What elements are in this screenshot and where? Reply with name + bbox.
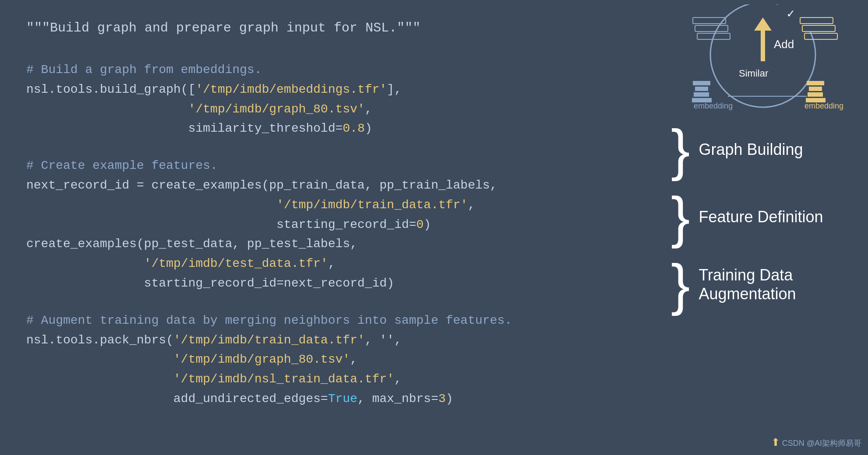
string-test: '/tmp/imdb/test_data.tfr': [144, 257, 328, 270]
code-block-2: # Create example features. next_record_i…: [26, 156, 632, 294]
code-line-7: create_examples(pp_test_data, pp_test_la…: [26, 234, 632, 254]
embedding-right-label: embedding: [804, 102, 843, 110]
embedding-left-bars: [692, 81, 712, 102]
svg-rect-7: [693, 81, 710, 85]
comment-3: # Augment training data by merging neigh…: [26, 311, 632, 331]
code-line-4: next_record_id = create_examples(pp_trai…: [26, 176, 632, 196]
string-train: '/tmp/imdb/train_data.tfr': [276, 198, 468, 212]
number-three: 3: [438, 392, 446, 406]
svg-rect-8: [695, 87, 708, 91]
svg-rect-5: [802, 25, 835, 32]
arrow-shaft: [761, 28, 765, 61]
embedding-right-bars: [806, 81, 826, 102]
svg-rect-11: [807, 81, 824, 85]
code-line-3: similarity_threshold=0.8): [26, 119, 632, 139]
string-graph: '/tmp/imdb/graph_80.tsv': [188, 102, 365, 116]
stack-left-icon: [693, 18, 730, 39]
add-label: Add: [774, 38, 794, 51]
right-panel: ✓ Add Similar embedding: [658, 0, 868, 455]
similar-label: Similar: [739, 68, 768, 79]
code-line-10: nsl.tools.pack_nbrs('/tmp/imdb/train_dat…: [26, 331, 632, 350]
comment-1: # Build a graph from embeddings.: [26, 60, 632, 80]
comment-2: # Create example features.: [26, 156, 632, 176]
docstring: """Build graph and prepare graph input f…: [26, 18, 632, 38]
watermark-icon: ⬆: [771, 436, 780, 448]
bracket-1: }: [671, 127, 690, 172]
code-line-11: '/tmp/imdb/graph_80.tsv',: [26, 350, 632, 370]
code-line-1: nsl.tools.build_graph(['/tmp/imdb/embedd…: [26, 80, 632, 100]
code-block-1: # Build a graph from embeddings. nsl.too…: [26, 60, 632, 139]
checkmark-icon: ✓: [787, 7, 794, 21]
svg-rect-6: [804, 33, 837, 39]
string-embeddings: '/tmp/imdb/embeddings.tfr': [195, 83, 387, 96]
diagram-container: ✓ Add Similar embedding: [671, 9, 855, 109]
string-graph2: '/tmp/imdb/graph_80.tsv': [173, 353, 350, 366]
bracket-section-1: } Graph Building: [671, 127, 855, 172]
stack-right-icon: [800, 18, 837, 39]
bracket-section-2: } Feature Definition: [671, 194, 855, 240]
section-label-1: Graph Building: [699, 140, 803, 159]
embedding-left-label: embedding: [694, 102, 733, 110]
watermark-text: CSDN @AI架构师易哥: [782, 439, 861, 448]
section-label-2: Feature Definition: [699, 207, 823, 226]
section-label-3: Training DataAugmentation: [699, 266, 796, 303]
string-nsl: '/tmp/imdb/nsl_train_data.tfr': [173, 372, 394, 386]
code-section: """Build graph and prepare graph input f…: [0, 0, 658, 455]
code-line-6: starting_record_id=0): [26, 215, 632, 235]
code-line-12: '/tmp/imdb/nsl_train_data.tfr',: [26, 370, 632, 389]
svg-rect-9: [694, 92, 709, 97]
svg-rect-2: [695, 25, 728, 32]
watermark: ⬆ CSDN @AI架构师易哥: [771, 436, 861, 448]
code-block-3: # Augment training data by merging neigh…: [26, 311, 632, 409]
code-line-2: '/tmp/imdb/graph_80.tsv',: [26, 100, 632, 119]
bracket-section-3: } Training DataAugmentation: [671, 262, 855, 307]
svg-rect-12: [809, 87, 822, 91]
code-line-13: add_undirected_edges=True, max_nbrs=3): [26, 389, 632, 409]
code-line-5: '/tmp/imdb/train_data.tfr',: [26, 196, 632, 215]
code-line-8: '/tmp/imdb/test_data.tfr',: [26, 254, 632, 274]
bracket-3: }: [671, 262, 690, 307]
svg-rect-13: [808, 92, 823, 97]
diagram-svg: ✓ Add Similar embedding: [671, 4, 855, 114]
string-train2: '/tmp/imdb/train_data.tfr': [173, 333, 365, 347]
arrow-head: [754, 18, 772, 31]
number-threshold: 0.8: [343, 122, 365, 135]
svg-rect-4: [800, 18, 833, 24]
code-line-9: starting_record_id=next_record_id): [26, 274, 632, 294]
keyword-true: True: [328, 392, 357, 406]
bracket-2: }: [671, 194, 690, 240]
number-zero: 0: [416, 218, 424, 231]
